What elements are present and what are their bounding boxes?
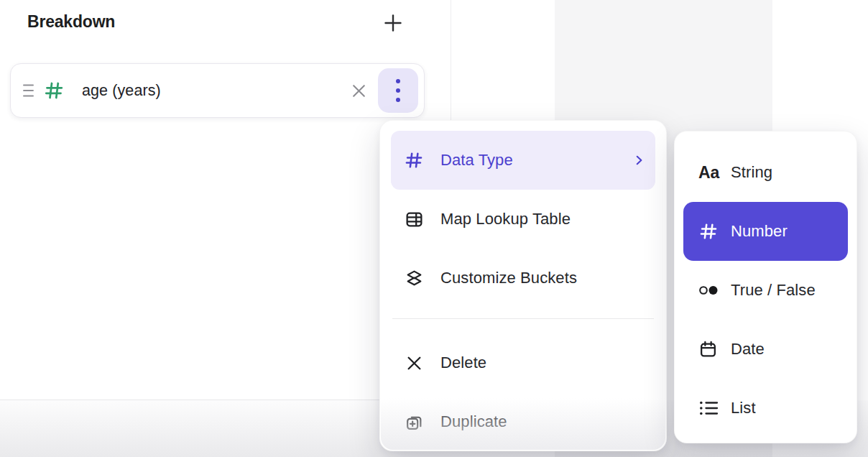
hash-number-icon (43, 80, 65, 101)
layers-icon (403, 269, 425, 288)
submenu-item-label: String (731, 163, 772, 182)
remove-field-button[interactable] (347, 79, 370, 102)
breakdown-section-title: Breakdown (27, 12, 115, 32)
breakdown-field-card[interactable]: age (years) (10, 63, 425, 118)
hash-number-icon (698, 221, 723, 241)
drag-handle-icon[interactable] (23, 83, 34, 98)
table-icon (403, 210, 425, 229)
close-icon (350, 82, 368, 100)
submenu-item-label: True / False (731, 281, 816, 300)
menu-item-map-lookup-table[interactable]: Map Lookup Table (391, 190, 655, 249)
app-screen: Breakdown age (years) (0, 0, 868, 457)
add-breakdown-button[interactable] (381, 11, 405, 35)
menu-item-label: Map Lookup Table (440, 210, 571, 228)
data-type-submenu: Aa String Number True / False (674, 131, 857, 443)
submenu-item-true-false[interactable]: True / False (683, 261, 848, 320)
submenu-item-number[interactable]: Number (683, 202, 848, 261)
menu-divider (392, 318, 654, 319)
field-options-menu: Data Type Map Lookup Table (379, 120, 667, 451)
submenu-item-date[interactable]: Date (683, 320, 848, 379)
copy-plus-icon (403, 412, 425, 432)
menu-item-label: Delete (440, 354, 486, 372)
menu-item-duplicate[interactable]: Duplicate (391, 392, 655, 451)
menu-item-delete[interactable]: Delete (391, 333, 655, 392)
menu-item-data-type[interactable]: Data Type (391, 131, 655, 190)
menu-item-label: Duplicate (440, 412, 507, 431)
plus-icon (383, 13, 403, 33)
field-name-label: age (years) (82, 82, 347, 100)
submenu-item-label: List (731, 399, 756, 417)
kebab-menu-icon (396, 79, 401, 103)
chevron-right-icon (632, 154, 645, 167)
calendar-icon (698, 340, 723, 359)
submenu-item-list[interactable]: List (683, 379, 848, 438)
submenu-item-string[interactable]: Aa String (683, 143, 848, 202)
menu-item-label: Data Type (440, 151, 513, 170)
field-options-button[interactable] (378, 68, 418, 113)
menu-item-label: Customize Buckets (440, 269, 577, 287)
string-aa-icon: Aa (698, 163, 723, 183)
submenu-item-label: Number (731, 222, 788, 241)
submenu-item-label: Date (731, 340, 765, 359)
list-icon (698, 399, 723, 417)
x-icon (403, 354, 425, 372)
true-false-circles-icon (698, 282, 723, 299)
hash-number-icon (403, 150, 425, 170)
menu-item-customize-buckets[interactable]: Customize Buckets (391, 249, 655, 308)
